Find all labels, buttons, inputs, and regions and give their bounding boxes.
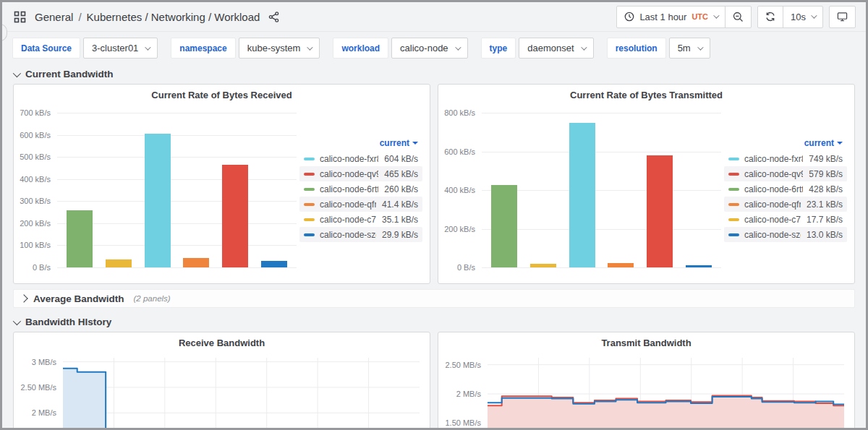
bar-calico-node-c7z49[interactable] xyxy=(106,259,132,267)
chevron-down-icon xyxy=(697,44,703,50)
plot-area[interactable] xyxy=(57,113,297,267)
panels-count-note: (2 panels) xyxy=(134,294,171,303)
legend-item-calico-node-fxr8s[interactable]: calico-node-fxr8s749 kB/s xyxy=(724,151,847,166)
variables-row: Data Source 3-cluster01 namespace kube-s… xyxy=(2,32,866,65)
legend-swatch xyxy=(728,218,739,221)
gridline-h xyxy=(482,267,721,268)
y-axis: 1.50 MB/s2 MB/s2.50 MB/s3 MB/s xyxy=(18,358,63,430)
plot-area[interactable] xyxy=(482,113,721,267)
y-tick-label: 400 kB/s xyxy=(444,186,475,194)
panel-title[interactable]: Receive Bandwidth xyxy=(14,332,430,349)
variable-datasource: Data Source 3-cluster01 xyxy=(12,38,158,59)
plot-area[interactable] xyxy=(488,358,844,430)
bar-calico-node-fxr8s[interactable] xyxy=(145,134,171,267)
legend-series-name: calico-node-szggp xyxy=(744,230,801,240)
bar-chart-received[interactable]: 0 B/s100 kB/s200 kB/s300 kB/s400 kB/s500… xyxy=(18,113,297,267)
bars-group xyxy=(57,113,297,267)
legend-series-value: 13.0 kB/s xyxy=(807,230,843,240)
legend-item-calico-node-6rttz[interactable]: calico-node-6rttz428 kB/s xyxy=(724,181,847,197)
variable-value-dropdown[interactable]: kube-system xyxy=(239,38,320,59)
bar-calico-node-6rttz[interactable] xyxy=(491,185,517,267)
chevron-down-icon xyxy=(13,69,21,77)
row-title: Average Bandwidth xyxy=(33,293,124,304)
bar-calico-node-fxr8s[interactable] xyxy=(569,123,595,267)
legend-item-calico-node-fxr8s[interactable]: calico-node-fxr8s604 kB/s xyxy=(299,151,422,166)
bar-calico-node-6rttz[interactable] xyxy=(67,210,93,267)
legend-item-calico-node-6rttz[interactable]: calico-node-6rttz260 kB/s xyxy=(299,181,422,197)
row-bandwidth-history[interactable]: Bandwidth HIstory xyxy=(2,313,866,332)
grafana-dashboard: { "nav": { "folder": "General", "separat… xyxy=(0,0,868,430)
legend-series-value: 579 kB/s xyxy=(809,169,843,179)
row-current-bandwidth[interactable]: Current Bandwidth xyxy=(2,65,866,84)
legend-series-value: 17.7 kB/s xyxy=(807,215,843,225)
legend-item-calico-node-szggp[interactable]: calico-node-szggp13.0 kB/s xyxy=(724,227,847,242)
legend-item-calico-node-c7z49[interactable]: calico-node-c7z4917.7 kB/s xyxy=(724,212,847,227)
legend-item-calico-node-szggp[interactable]: calico-node-szggp29.9 kB/s xyxy=(299,227,422,242)
variable-label: namespace xyxy=(171,38,235,59)
variable-namespace: namespace kube-system xyxy=(171,38,320,59)
legend-swatch xyxy=(728,158,739,160)
kiosk-mode-button[interactable] xyxy=(830,7,855,27)
apps-grid-icon[interactable] xyxy=(12,9,27,25)
refresh-interval-picker[interactable]: 10s xyxy=(783,7,822,27)
legend-item-calico-node-qfrxl[interactable]: calico-node-qfrxl23.1 kB/s xyxy=(724,197,847,212)
variable-value-dropdown[interactable]: 3-cluster01 xyxy=(83,38,158,59)
current-bandwidth-panels: Current Rate of Bytes Received 0 B/s100 … xyxy=(13,84,855,284)
bar-chart-transmitted[interactable]: 0 B/s200 kB/s400 kB/s600 kB/s800 kB/s xyxy=(443,113,721,267)
refresh-button[interactable] xyxy=(758,7,783,27)
breadcrumb-dashboard-title[interactable]: Kubernetes / Networking / Workload xyxy=(87,11,260,23)
variable-value-dropdown[interactable]: calico-node xyxy=(391,38,468,59)
chevron-down-icon xyxy=(13,317,21,324)
variable-value-dropdown[interactable]: daemonset xyxy=(519,38,593,59)
legend-swatch xyxy=(304,218,315,221)
clock-icon xyxy=(624,12,634,22)
legend-series-name: calico-node-qfrxl xyxy=(744,199,801,210)
bar-calico-node-c7z49[interactable] xyxy=(530,264,556,267)
y-tick-label: 2.50 MB/s xyxy=(20,383,56,392)
plot-area[interactable] xyxy=(63,358,420,430)
legend-series-name: calico-node-6rttz xyxy=(320,184,378,194)
time-picker-group: Last 1 hour UTC xyxy=(616,6,752,28)
bar-calico-node-qfrxl[interactable] xyxy=(608,263,634,267)
legend-item-calico-node-qv9wd[interactable]: calico-node-qv9wd579 kB/s xyxy=(724,166,847,181)
zoom-out-button[interactable] xyxy=(725,7,751,27)
legend-series-name: calico-node-6rttz xyxy=(744,184,803,194)
timeseries-svg xyxy=(63,358,420,430)
panel-title[interactable]: Transmit Bandwidth xyxy=(438,332,854,349)
row-average-bandwidth[interactable]: Average Bandwidth (2 panels) xyxy=(13,289,855,308)
legend-sort-current[interactable]: current xyxy=(804,138,834,148)
legend-series-value: 23.1 kB/s xyxy=(807,199,843,210)
variable-value: daemonset xyxy=(527,43,574,53)
y-tick-label: 500 kB/s xyxy=(20,152,51,161)
line-chart-receive[interactable]: 1.50 MB/s2 MB/s2.50 MB/s3 MB/s xyxy=(18,358,420,430)
panel-title[interactable]: Current Rate of Bytes Received xyxy=(14,85,430,101)
legend-item-calico-node-qv9wd[interactable]: calico-node-qv9wd465 kB/s xyxy=(299,166,422,181)
bar-calico-node-qfrxl[interactable] xyxy=(183,258,209,267)
legend-series-value: 604 kB/s xyxy=(384,154,418,164)
share-icon[interactable] xyxy=(267,10,281,24)
legend-series-value: 41.4 kB/s xyxy=(382,199,418,210)
legend-sort-current[interactable]: current xyxy=(380,138,409,148)
line-chart-transmit[interactable]: 1.50 MB/s2 MB/s2.50 MB/s xyxy=(443,358,844,430)
breadcrumb-folder[interactable]: General xyxy=(35,11,73,23)
legend-item-calico-node-qfrxl[interactable]: calico-node-qfrxl41.4 kB/s xyxy=(299,197,422,212)
panel-title[interactable]: Current Rate of Bytes Transmitted xyxy=(438,85,854,101)
variable-label: Data Source xyxy=(12,38,80,59)
legend-swatch xyxy=(304,233,315,236)
bar-calico-node-szggp[interactable] xyxy=(686,265,712,267)
bar-calico-node-szggp[interactable] xyxy=(261,261,287,267)
legend-item-calico-node-c7z49[interactable]: calico-node-c7z4935.1 kB/s xyxy=(299,212,422,227)
timezone-label: UTC xyxy=(692,12,708,21)
y-tick-label: 200 kB/s xyxy=(20,219,51,228)
time-range-picker[interactable]: Last 1 hour UTC xyxy=(617,7,725,27)
timeseries-svg xyxy=(488,358,844,430)
variable-value: calico-node xyxy=(400,43,448,53)
bandwidth-history-panels: Receive Bandwidth 1.50 MB/s2 MB/s2.50 MB… xyxy=(13,332,855,430)
legend-swatch xyxy=(728,173,739,176)
legend-series-name: calico-node-c7z49 xyxy=(744,215,801,225)
variable-value-dropdown[interactable]: 5m xyxy=(669,38,710,59)
bar-calico-node-qv9wd[interactable] xyxy=(647,155,673,267)
chevron-right-icon xyxy=(20,294,27,302)
bar-calico-node-qv9wd[interactable] xyxy=(222,165,248,267)
y-axis: 1.50 MB/s2 MB/s2.50 MB/s xyxy=(443,358,488,430)
